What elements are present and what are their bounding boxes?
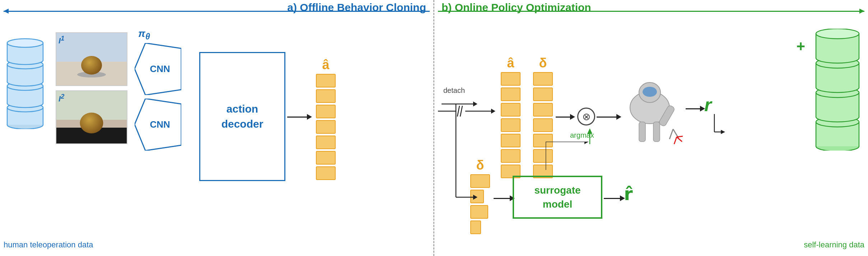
r-line	[713, 114, 725, 137]
policy-label: πθ	[138, 28, 181, 42]
vec-box-2	[316, 89, 336, 103]
action-hat-group-right: â	[501, 56, 521, 178]
action-decoder-label: actiondecoder	[221, 101, 263, 132]
action-decoder-box: actiondecoder	[199, 52, 285, 181]
cam2-object	[80, 113, 103, 133]
vec-r-4	[501, 118, 521, 132]
vec-box-3	[316, 105, 336, 118]
vec-db-4	[470, 221, 481, 234]
arrow-line-3	[686, 108, 700, 109]
right-section-title: b) Online Policy Optimization	[442, 1, 591, 14]
left-section-title: a) Offline Behavior Cloning	[287, 1, 426, 14]
left-panel: a) Offline Behavior Cloning	[0, 0, 434, 256]
vec-r-1	[501, 72, 521, 86]
action-vector-right	[501, 72, 521, 178]
vec-box-4	[316, 120, 336, 134]
arrow-line-1	[556, 117, 570, 118]
svg-marker-27	[491, 109, 495, 114]
svg-line-37	[674, 137, 677, 144]
cam1-label: I1	[59, 34, 64, 46]
arrow-head-1	[570, 114, 575, 120]
left-arrow-head-left	[4, 9, 9, 14]
vec-box-7	[316, 166, 336, 180]
svg-point-63	[816, 29, 859, 39]
svg-line-36	[677, 137, 682, 142]
surrogate-label: surrogatemodel	[534, 183, 580, 211]
robot-area	[617, 79, 686, 151]
argmax-upward-connection	[546, 142, 589, 172]
cam2-label: I2	[59, 93, 64, 104]
vec-r-6	[501, 149, 521, 163]
action-arrow	[287, 114, 312, 120]
cnn-top-label: CNN	[150, 63, 170, 75]
action-vector-left	[316, 74, 336, 180]
vec-box-1	[316, 74, 336, 87]
vec-box-6	[316, 151, 336, 165]
data-label-right: self-learning data	[804, 240, 864, 250]
cnn-bottom: CNN	[135, 99, 181, 151]
surrogate-model-box: surrogatemodel	[513, 176, 602, 219]
action-hat-label-left: â	[316, 57, 336, 72]
svg-line-35	[669, 129, 673, 139]
svg-point-20	[7, 39, 43, 47]
svg-rect-39	[639, 122, 645, 142]
arrow-line-5	[604, 198, 620, 199]
vec-r-5	[501, 134, 521, 147]
svg-point-32	[643, 87, 657, 97]
action-arrow-line	[287, 117, 307, 118]
action-hat-group-left: â	[316, 57, 336, 180]
vec-to-otimes-arrow	[556, 114, 575, 120]
delta-label-top: δ	[533, 56, 553, 71]
cnn-bottom-label: CNN	[150, 119, 170, 130]
db-cylinder-left	[5, 36, 45, 131]
action-arrow-head	[307, 114, 312, 120]
vec-db-3	[470, 205, 488, 219]
delta-to-surrogate-arrow	[494, 195, 515, 201]
svg-line-38	[677, 136, 683, 137]
vec-r-3	[501, 103, 521, 117]
reward-rhat-label: r̂	[624, 184, 633, 204]
vec-box-5	[316, 136, 336, 149]
main-container: a) Offline Behavior Cloning	[0, 0, 868, 256]
vec-r-2	[501, 87, 521, 101]
vec-d-3	[533, 103, 553, 117]
right-panel: b) Online Policy Optimization detach â	[434, 0, 868, 256]
vec-d-2	[533, 87, 553, 101]
reward-r-label: r	[704, 94, 711, 115]
svg-marker-72	[584, 142, 589, 144]
cam1-object	[81, 56, 102, 75]
vec-d-4	[533, 118, 553, 132]
cnn-top: CNN	[135, 43, 181, 95]
vec-d-1	[533, 72, 553, 86]
branch-lines	[442, 93, 477, 206]
otimes-symbol: ⊗	[577, 108, 595, 125]
surrogate-to-rhat-arrow	[604, 195, 625, 201]
arrow-line-4	[494, 198, 510, 199]
svg-rect-40	[653, 122, 660, 142]
svg-marker-67	[473, 101, 477, 106]
camera-images: I1 I2	[56, 32, 127, 144]
svg-marker-69	[473, 195, 477, 200]
arrow-line-2	[597, 117, 616, 118]
policy-group: πθ CNN CNN	[135, 28, 181, 151]
svg-marker-29	[587, 128, 592, 134]
right-arrow-head	[859, 9, 864, 14]
camera-1: I1	[56, 32, 127, 86]
robot-to-r-arrow	[686, 106, 705, 112]
db-cylinder-right	[814, 29, 861, 152]
data-label-left: human teleoperation data	[4, 240, 93, 250]
svg-marker-43	[721, 130, 725, 134]
plus-sign: +	[796, 38, 805, 55]
camera-2: I2	[56, 90, 127, 144]
action-hat-label-right: â	[501, 56, 521, 71]
